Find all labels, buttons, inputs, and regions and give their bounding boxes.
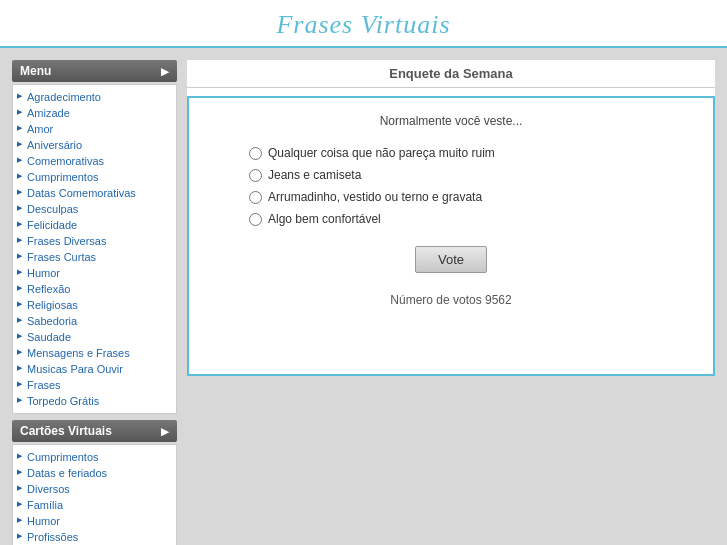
sidebar-menu-item[interactable]: Felicidade (13, 217, 176, 233)
sidebar-menu-item[interactable]: Amor (13, 121, 176, 137)
sidebar-menu-item[interactable]: Comemorativas (13, 153, 176, 169)
site-header: Frases Virtuais (0, 0, 727, 48)
enquete-radio[interactable] (249, 147, 262, 160)
sidebar-menu-item[interactable]: Datas Comemorativas (13, 185, 176, 201)
sidebar-menu-item[interactable]: Aniversário (13, 137, 176, 153)
sidebar-menu-item[interactable]: Desculpas (13, 201, 176, 217)
enquete-option[interactable]: Qualquer coisa que não pareça muito ruim (249, 146, 495, 160)
sidebar-cartoes-item[interactable]: Profissões (13, 529, 176, 545)
sidebar-cartoes-header[interactable]: Cartões Virtuais ▶ (12, 420, 177, 442)
sidebar-menu-header[interactable]: Menu ▶ (12, 60, 177, 82)
sidebar-menu-item[interactable]: Amizade (13, 105, 176, 121)
sidebar-cartoes-item[interactable]: Humor (13, 513, 176, 529)
sidebar-cartoes-label: Cartões Virtuais (20, 424, 112, 438)
sidebar-menu-label: Menu (20, 64, 51, 78)
sidebar-menu-item[interactable]: Mensagens e Frases (13, 345, 176, 361)
enquete-option-label: Qualquer coisa que não pareça muito ruim (268, 146, 495, 160)
sidebar-cartoes-item[interactable]: Diversos (13, 481, 176, 497)
sidebar-cartoes-arrow: ▶ (161, 426, 169, 437)
enquete-options: Qualquer coisa que não pareça muito ruim… (249, 146, 693, 226)
sidebar-menu-item[interactable]: Religiosas (13, 297, 176, 313)
sidebar-cartoes-item[interactable]: Datas e feriados (13, 465, 176, 481)
sidebar-cartoes-menu: CumprimentosDatas e feriadosDiversosFamí… (12, 444, 177, 545)
sidebar-menu-item[interactable]: Reflexão (13, 281, 176, 297)
main-layout: Menu ▶ AgradecimentoAmizadeAmorAniversár… (0, 48, 727, 545)
vote-button-wrap: Vote (209, 246, 693, 273)
enquete-radio[interactable] (249, 213, 262, 226)
enquete-option[interactable]: Arrumadinho, vestido ou terno e gravata (249, 190, 482, 204)
enquete-option[interactable]: Jeans e camiseta (249, 168, 361, 182)
enquete-option-label: Arrumadinho, vestido ou terno e gravata (268, 190, 482, 204)
enquete-option-label: Algo bem confortável (268, 212, 381, 226)
site-title: Frases Virtuais (276, 10, 450, 39)
sidebar-menu: AgradecimentoAmizadeAmorAniversárioComem… (12, 84, 177, 414)
sidebar-menu-arrow: ▶ (161, 66, 169, 77)
sidebar-menu-item[interactable]: Saudade (13, 329, 176, 345)
vote-button[interactable]: Vote (415, 246, 487, 273)
sidebar-menu-item[interactable]: Cumprimentos (13, 169, 176, 185)
enquete-option[interactable]: Algo bem confortável (249, 212, 381, 226)
sidebar-menu-item[interactable]: Agradecimento (13, 89, 176, 105)
sidebar-menu-item[interactable]: Frases Curtas (13, 249, 176, 265)
sidebar-menu-item[interactable]: Torpedo Grátis (13, 393, 176, 409)
enquete-section: Enquete da Semana Normalmente você veste… (187, 60, 715, 376)
sidebar-menu-item[interactable]: Sabedoria (13, 313, 176, 329)
enquete-radio[interactable] (249, 169, 262, 182)
enquete-title: Enquete da Semana (187, 60, 715, 88)
sidebar-menu-item[interactable]: Frases (13, 377, 176, 393)
enquete-question: Normalmente você veste... (209, 114, 693, 128)
enquete-radio[interactable] (249, 191, 262, 204)
sidebar-cartoes-item[interactable]: Família (13, 497, 176, 513)
sidebar: Menu ▶ AgradecimentoAmizadeAmorAniversár… (12, 60, 177, 545)
enquete-box: Normalmente você veste... Qualquer coisa… (187, 96, 715, 376)
sidebar-cartoes-item[interactable]: Cumprimentos (13, 449, 176, 465)
enquete-votes: Número de votos 9562 (209, 293, 693, 307)
sidebar-menu-item[interactable]: Humor (13, 265, 176, 281)
sidebar-menu-item[interactable]: Musicas Para Ouvir (13, 361, 176, 377)
enquete-option-label: Jeans e camiseta (268, 168, 361, 182)
sidebar-menu-item[interactable]: Frases Diversas (13, 233, 176, 249)
main-content: Enquete da Semana Normalmente você veste… (187, 60, 715, 545)
